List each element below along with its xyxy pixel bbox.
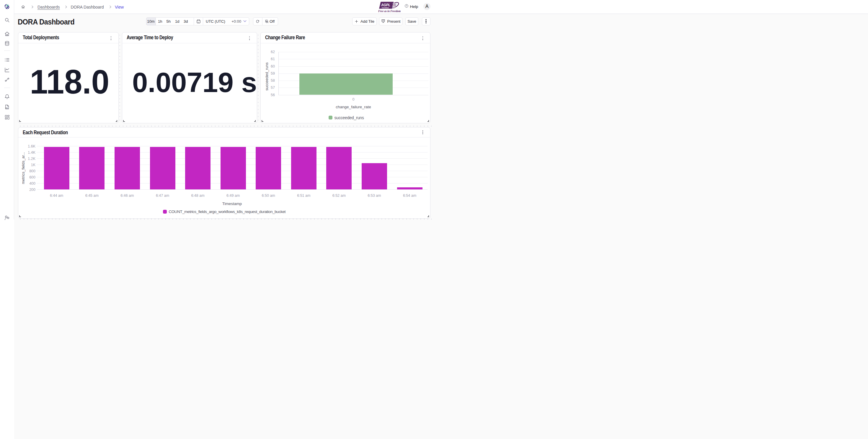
svg-text:Free Software: Free Software bbox=[382, 7, 389, 8]
svg-text:Free as in Freedom: Free as in Freedom bbox=[378, 9, 401, 13]
svg-text:3: 3 bbox=[392, 1, 396, 10]
